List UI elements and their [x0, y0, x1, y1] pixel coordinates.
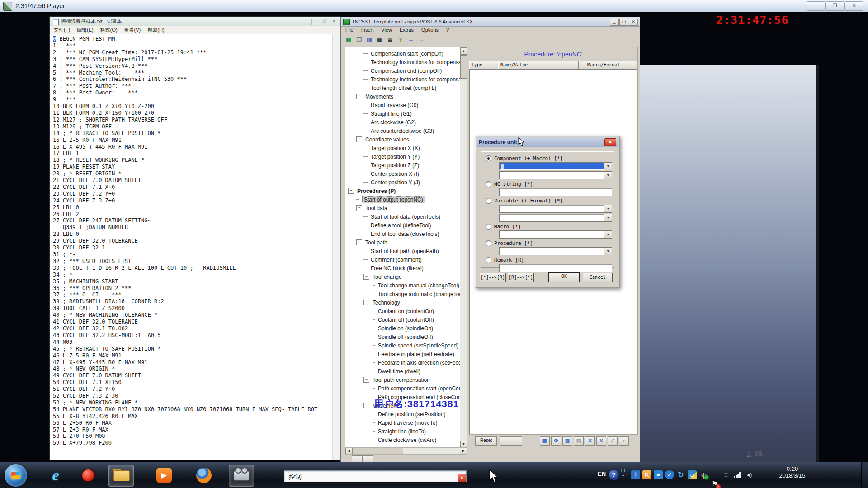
dropdown-field[interactable]: ▼ — [499, 247, 612, 255]
transfer-to-remark-button[interactable]: [*]-->[R] — [480, 273, 506, 282]
network-icon[interactable] — [733, 470, 742, 479]
undo-icon[interactable]: ⤶ — [619, 436, 629, 446]
dialog-titlebar[interactable]: Procedure unit ✕ — [477, 137, 618, 147]
tree-item[interactable]: Center position X (I) — [363, 169, 420, 178]
control-taskbar-field[interactable]: 控制 — [284, 470, 467, 482]
maximize-button[interactable]: ❐ — [619, 19, 628, 26]
text-field[interactable] — [499, 188, 612, 196]
tree-item[interactable]: Feedrate in axis direction (setFeedr — [371, 358, 461, 367]
radio-button[interactable] — [486, 181, 491, 187]
app-k-icon[interactable]: K — [642, 470, 651, 479]
record-button[interactable] — [76, 465, 100, 486]
column-header[interactable]: Macro/Format — [585, 61, 637, 69]
capture-icon[interactable]: ⊡ — [688, 470, 697, 479]
tree-item[interactable]: −Technology — [363, 298, 401, 307]
menu-item[interactable]: 帮助(H) — [147, 27, 164, 34]
explorer-button[interactable] — [108, 465, 134, 487]
menu-item[interactable]: 查看(V) — [124, 27, 141, 34]
list-view-icon[interactable]: ▤ — [574, 436, 584, 446]
menu-item[interactable]: 编辑(E) — [77, 27, 94, 34]
tree-item[interactable]: Tool length offset (compTL) — [363, 84, 438, 92]
maximize-button[interactable]: ❐ — [826, 1, 844, 11]
reset-button[interactable]: Reset — [475, 436, 497, 446]
close-button[interactable]: ✕ — [629, 19, 638, 26]
tree-item[interactable]: Target position X (X) — [363, 144, 421, 152]
scrollbar-thumb[interactable] — [460, 55, 467, 79]
apply-icon[interactable]: ✓ — [608, 436, 618, 446]
radio-button[interactable] — [486, 155, 491, 161]
tree-item[interactable]: Rapid traverse (G0) — [363, 101, 420, 109]
tree-item[interactable]: Arc counterclockwise (G3) — [363, 127, 435, 135]
media-player-button[interactable]: ▶ — [152, 465, 176, 486]
tree-item[interactable]: −Tool path compensation — [363, 375, 431, 384]
taskbar-clock[interactable]: 0:20 2018/3/15 — [766, 465, 818, 479]
dropdown-arrow-icon[interactable]: ▼ — [604, 214, 612, 221]
tree-item[interactable]: Free NC block (literal) — [363, 264, 425, 272]
dropdown-field[interactable]: ▼ — [499, 230, 612, 239]
notepad-scrollbar[interactable] — [332, 34, 340, 460]
field-close-icon[interactable]: ✕ — [458, 474, 466, 482]
dropdown-arrow-icon[interactable]: ▼ — [604, 205, 612, 212]
tree-item[interactable]: Comment (comment) — [363, 255, 423, 264]
start-button[interactable] — [5, 464, 27, 487]
tree-item[interactable]: Spindle speed (setSpindleSpeed) — [371, 341, 460, 350]
ok-button[interactable]: OK — [548, 272, 580, 282]
column-header[interactable]: Type — [469, 61, 498, 69]
back-icon[interactable]: ← — [407, 36, 415, 44]
tree-item[interactable]: Straight line (G1) — [363, 109, 413, 118]
power-plug-icon[interactable]: ‡ — [722, 470, 731, 479]
tree-item[interactable]: Target position Y (Y) — [363, 152, 421, 161]
tree-item[interactable]: Path compensation start (openCom — [371, 384, 461, 393]
table-view-icon[interactable]: ▥ — [562, 436, 572, 446]
tree-item[interactable]: Straight line (lineTo) — [371, 427, 427, 436]
refresh-icon[interactable]: ⟳ — [551, 436, 561, 446]
dropdown-field[interactable]: ▼ — [499, 205, 612, 213]
tree-item[interactable]: −Coordinate values — [356, 135, 410, 144]
scrollbar-thumb[interactable] — [353, 448, 403, 454]
tree-item[interactable]: −Tool path — [356, 238, 389, 247]
radio-button[interactable] — [486, 224, 491, 230]
tree-item[interactable]: −Tool change — [363, 272, 403, 281]
menu-item[interactable]: 格式(O) — [100, 27, 118, 34]
tree-item[interactable]: Target position Z (Z) — [363, 161, 420, 169]
export-icon[interactable]: ▥ — [365, 36, 373, 44]
ie-button[interactable]: e — [43, 465, 68, 486]
radio-button[interactable] — [486, 198, 491, 204]
dropdown-arrow-icon[interactable]: ▼ — [604, 163, 612, 170]
dropdown-arrow-icon[interactable]: ▼ — [604, 248, 612, 255]
collapse-icon[interactable]: − — [363, 274, 369, 280]
tree-item[interactable]: Start of tool data (openTools) — [363, 212, 442, 221]
collapse-icon[interactable]: − — [363, 403, 369, 408]
help-tray-icon[interactable]: ? — [609, 469, 619, 480]
dropdown-field[interactable]: ▼ — [499, 171, 612, 179]
transfer-to-value-button[interactable]: [R]-->[*] — [508, 273, 534, 282]
radio-button[interactable] — [486, 240, 491, 246]
scroll-down-icon[interactable]: ▼ — [460, 441, 467, 448]
dialog-close-icon[interactable]: ✕ — [604, 138, 616, 146]
notepad-text-area[interactable]: 0 BEGIN PGM TEST MM1 ; ***2 ; *** NC PGM… — [50, 34, 333, 460]
tree-item[interactable]: −Procedures (P) — [348, 187, 397, 195]
tree-item[interactable]: Feedrate in plane (setFeedrate) — [371, 350, 456, 358]
collapse-icon[interactable]: − — [356, 205, 362, 211]
scroll-left-icon[interactable]: ◀ — [345, 448, 353, 454]
flag-icon[interactable]: ⚑✕ — [710, 479, 719, 488]
tree-item[interactable]: Spindle on (spindleOn) — [371, 324, 434, 333]
collapse-icon[interactable]: − — [363, 300, 369, 305]
dropdown-field[interactable]: ▼ — [499, 162, 612, 170]
tree-item[interactable]: Coolant on (coolantOn) — [371, 307, 435, 315]
column-header[interactable] — [579, 61, 585, 69]
video-area[interactable]: 2:31:47:56 2. 26. 海德汉程序样本.txt - 记事本 –❐✕ … — [0, 12, 868, 462]
tree-item[interactable]: Technology instructions for compensat — [363, 58, 461, 66]
tree-item[interactable]: −Movements — [356, 92, 395, 101]
collapse-icon[interactable]: − — [356, 136, 362, 142]
scroll-right-icon[interactable]: ▶ — [460, 448, 467, 454]
tree-item[interactable]: −Tool data — [356, 204, 389, 212]
tree-item[interactable]: Arc clockwise (G2) — [363, 118, 417, 127]
grid-view-icon[interactable]: ▦ — [540, 436, 550, 446]
tree-item[interactable]: Rapid traverse (moveTo) — [371, 418, 439, 427]
new-file-icon[interactable]: ▤ — [344, 36, 353, 44]
tree-item[interactable]: Define a tool (defineTool) — [363, 221, 432, 230]
collapse-icon[interactable]: − — [348, 188, 354, 194]
save-icon[interactable]: ▣ — [376, 36, 384, 44]
browser-button[interactable] — [192, 465, 216, 486]
